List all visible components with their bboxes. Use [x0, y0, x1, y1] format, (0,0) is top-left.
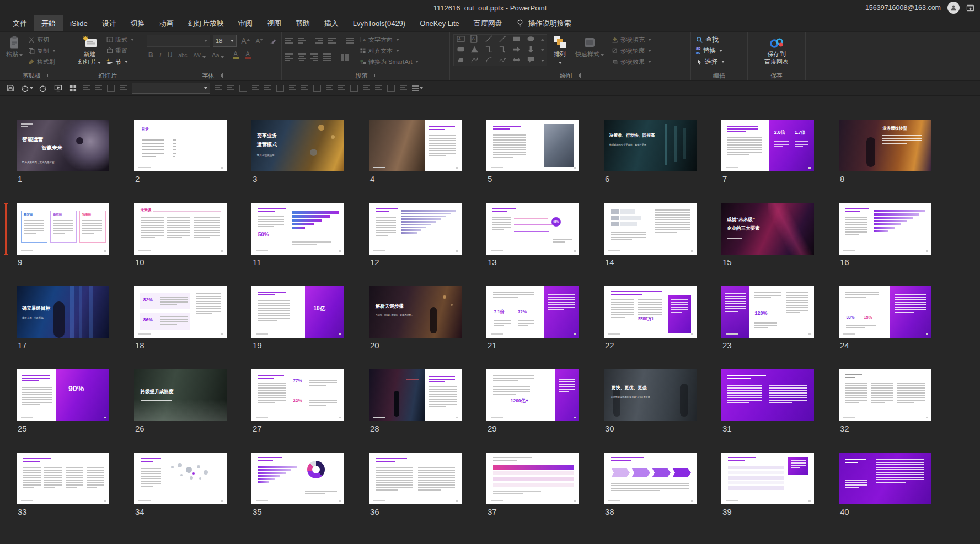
slide-thumbnail-14[interactable] [604, 203, 697, 255]
shape-curve-icon[interactable] [470, 56, 479, 66]
shape-triangle-icon[interactable] [470, 45, 479, 56]
shape-effects-button[interactable]: 形状效果 [610, 56, 653, 67]
paragraph-dialog-launcher[interactable] [371, 73, 376, 78]
slide-thumbnail-24[interactable]: 33%15% [839, 286, 931, 338]
shape-arrow-line-icon[interactable] [499, 35, 507, 45]
qat-button[interactable] [120, 85, 127, 92]
slide-thumbnail-21[interactable]: 7.1倍72% [486, 286, 579, 338]
new-slide-button[interactable]: 新建 幻灯片 [76, 34, 104, 68]
slide-thumbnail-35[interactable] [251, 453, 344, 504]
slide-thumbnail-5[interactable] [486, 120, 579, 171]
slide-thumbnail-23[interactable]: 120% [721, 286, 814, 338]
customize-qat-button[interactable] [412, 83, 423, 94]
align-text-button[interactable]: 对齐文本 [358, 45, 420, 56]
shape-line-icon[interactable] [485, 35, 493, 45]
ribbon-tab-8[interactable]: 审阅 [231, 15, 260, 31]
change-case-button[interactable]: Aa [210, 52, 225, 58]
strikethrough-button[interactable]: abc [176, 52, 189, 58]
qat-button[interactable] [215, 85, 222, 92]
qat-button[interactable] [338, 85, 345, 92]
text-highlight-color-button[interactable]: A [231, 51, 240, 59]
qat-button[interactable] [375, 85, 382, 92]
align-center-icon[interactable] [298, 53, 306, 61]
slide-thumbnail-6[interactable]: 决策准、行动快、回报高数据赋能的企业更高效、整体性更强 [604, 120, 697, 171]
shapes-scroll-down[interactable] [538, 45, 547, 56]
start-slideshow-button[interactable] [53, 83, 63, 94]
format-painter-button[interactable]: 格式刷 [26, 56, 57, 67]
slide-thumbnail-15[interactable]: 成就“未来级”企业的三大要素 [721, 203, 814, 255]
layout-button[interactable]: 版式 [105, 34, 136, 45]
undo-button[interactable] [20, 83, 33, 94]
save-to-baidu-netdisk-button[interactable]: 保存到 百度网盘 [762, 34, 791, 68]
slide-thumbnail-20[interactable]: 解析关键步骤自动化、增强人员技能、提高透明度… [369, 286, 462, 338]
find-button[interactable]: 查找 [694, 34, 726, 45]
convert-to-smartart-button[interactable]: 转换为 SmartArt [358, 56, 420, 67]
ribbon-display-options-icon[interactable] [966, 4, 974, 12]
slide-thumbnail-12[interactable] [369, 203, 462, 255]
justify-icon[interactable] [323, 53, 331, 61]
cut-button[interactable]: 剪切 [26, 34, 57, 45]
qat-button[interactable] [387, 85, 395, 92]
copy-button[interactable]: 复制 [26, 45, 57, 56]
account-avatar-icon[interactable] [947, 2, 960, 14]
slide-thumbnail-33[interactable] [17, 453, 109, 504]
shape-arrow-down-icon[interactable] [527, 45, 535, 56]
ribbon-tab-1[interactable]: 文件 [6, 15, 34, 31]
arrange-button[interactable]: 排列 [550, 34, 569, 68]
slide-thumbnail-31[interactable] [721, 369, 814, 421]
decrease-indent-icon[interactable] [315, 38, 323, 44]
ribbon-tab-4[interactable]: 设计 [95, 15, 124, 31]
ribbon-tab-7[interactable]: 幻灯片放映 [181, 15, 231, 31]
slide-thumbnail-36[interactable] [369, 453, 462, 504]
section-button[interactable]: 节 [105, 56, 136, 67]
line-spacing-icon[interactable] [346, 38, 354, 44]
qat-combobox[interactable] [132, 83, 210, 94]
font-name-combobox[interactable] [147, 35, 210, 47]
shape-arrow-right-icon[interactable] [512, 45, 521, 56]
ribbon-tab-6[interactable]: 动画 [152, 15, 181, 31]
qat-button[interactable] [252, 85, 259, 92]
slide-thumbnail-1[interactable]: 智能运营智赢未来提升决策能力，实现高效运营 [17, 120, 109, 171]
align-left-icon[interactable] [285, 53, 293, 61]
qat-button[interactable] [289, 85, 296, 92]
qat-button[interactable] [326, 85, 333, 92]
slide-thumbnail-11[interactable]: 50% [251, 203, 344, 255]
shape-textbox-horizontal-icon[interactable]: A [457, 35, 465, 45]
slide-thumbnail-38[interactable] [604, 453, 697, 504]
font-size-combobox[interactable]: 18 [213, 35, 237, 47]
shape-rounded-rectangle-icon[interactable] [457, 45, 465, 56]
clipboard-dialog-launcher[interactable] [44, 73, 49, 78]
slide-thumbnail-32[interactable] [839, 369, 931, 421]
numbering-icon[interactable] [298, 38, 306, 44]
qat-button[interactable] [227, 85, 234, 92]
qat-button[interactable] [264, 85, 271, 92]
shape-fill-button[interactable]: 形状填充 [610, 34, 653, 45]
qat-button[interactable] [95, 85, 102, 92]
qat-button[interactable] [301, 85, 308, 92]
decrease-font-size-button[interactable]: A [254, 37, 265, 44]
save-button[interactable] [6, 83, 15, 94]
slide-thumbnail-13[interactable]: 98% [486, 203, 579, 255]
ribbon-tab-14[interactable]: 百度网盘 [467, 15, 510, 31]
ribbon-tab-3[interactable]: iSlide [63, 15, 95, 31]
shapes-gallery[interactable]: AA [453, 34, 538, 66]
ribbon-tab-13[interactable]: OneKey Lite [413, 15, 467, 31]
slide-thumbnail-30[interactable]: 更快、更优、更强利用敏捷运营迈向“未来级”企业发展之路 [604, 369, 697, 421]
shape-ellipse-icon[interactable] [527, 35, 535, 45]
shape-arc-icon[interactable] [485, 56, 493, 66]
qat-button[interactable] [363, 85, 370, 92]
ribbon-tab-12[interactable]: LvyhTools(0429) [346, 15, 413, 31]
increase-font-size-button[interactable]: A [239, 36, 251, 45]
slide-thumbnail-4[interactable] [369, 120, 462, 171]
redo-button[interactable] [38, 83, 48, 94]
slide-thumbnail-3[interactable]: 变革业务运营模式提升运营成熟度 [251, 120, 344, 171]
slide-thumbnail-8[interactable]: 业务绩效转型 [839, 120, 931, 171]
font-color-button[interactable]: A [243, 51, 253, 59]
slide-thumbnail-9[interactable]: 稳定级高效级预测级 [17, 203, 109, 255]
bullets-icon[interactable] [285, 38, 293, 44]
replace-button[interactable]: abac 替换 [694, 45, 726, 56]
slide-thumbnail-16[interactable] [839, 203, 931, 255]
qat-button[interactable] [276, 85, 284, 92]
slide-sorter-canvas[interactable]: 智能运营智赢未来提升决策能力，实现高效运营1目录2变革业务运营模式提升运营成熟度… [0, 96, 980, 544]
qat-button[interactable] [107, 85, 115, 92]
